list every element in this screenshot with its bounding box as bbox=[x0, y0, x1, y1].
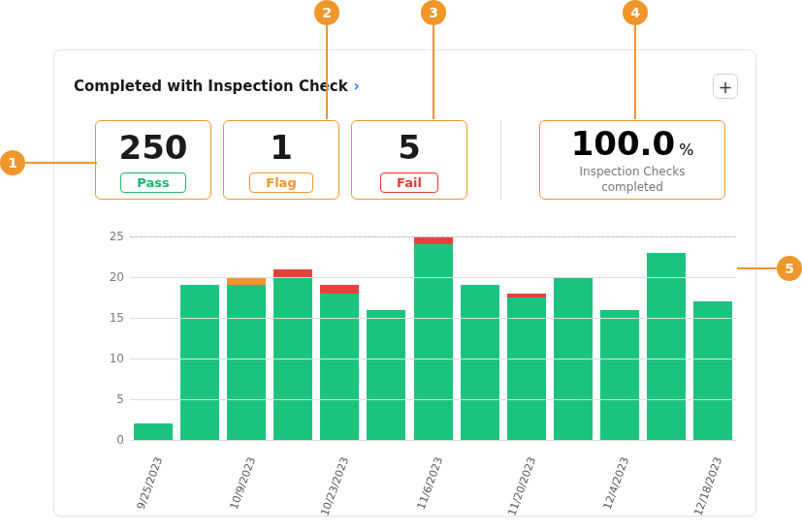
bar-seg-flag bbox=[227, 277, 266, 285]
bar-seg-pass bbox=[367, 310, 405, 440]
gridline bbox=[130, 440, 736, 441]
callout-leader-2 bbox=[326, 25, 328, 119]
card-title: Completed with Inspection Check bbox=[74, 78, 348, 95]
stat-pass-value: 250 bbox=[119, 128, 188, 167]
callout-pin-3: 3 bbox=[421, 0, 446, 25]
y-tick-label: 0 bbox=[101, 433, 124, 447]
gridline bbox=[130, 277, 736, 278]
y-tick-label: 5 bbox=[101, 392, 124, 406]
percent-unit: % bbox=[679, 141, 693, 159]
y-tick-label: 10 bbox=[101, 352, 124, 365]
bar-seg-fail bbox=[507, 294, 546, 297]
x-tick-label: 11/20/2023 bbox=[505, 455, 538, 517]
y-tick-label: 15 bbox=[101, 311, 124, 325]
stat-fail-label: Fail bbox=[380, 172, 438, 193]
callout-leader-1 bbox=[25, 162, 97, 164]
y-tick-label: 25 bbox=[101, 230, 124, 243]
callout-pin-5: 5 bbox=[777, 256, 802, 281]
bar-seg-fail bbox=[414, 236, 453, 244]
chevron-right-icon: › bbox=[354, 78, 360, 95]
bar-seg-pass bbox=[693, 301, 732, 440]
x-tick-label: 10/23/2023 bbox=[319, 455, 352, 517]
card-title-row[interactable]: Completed with Inspection Check › bbox=[74, 78, 360, 95]
bar-seg-pass bbox=[600, 310, 639, 440]
dashboard-card: Completed with Inspection Check › + 250 … bbox=[53, 49, 756, 516]
gridline bbox=[130, 318, 736, 319]
x-tick-label: 9/25/2023 bbox=[135, 455, 166, 511]
percent-sub1: Inspection Checks bbox=[580, 165, 686, 178]
stat-flag-value: 1 bbox=[270, 128, 293, 167]
bar-seg-pass bbox=[227, 285, 266, 440]
inspection-bar-chart: 0510152025 bbox=[101, 236, 736, 440]
gridline-highlight bbox=[130, 236, 736, 237]
callout-leader-3 bbox=[433, 25, 434, 119]
callout-leader-4 bbox=[634, 25, 636, 119]
bar-seg-fail bbox=[320, 285, 359, 293]
stat-fail[interactable]: 5 Fail bbox=[351, 120, 467, 200]
callout-pin-2: 2 bbox=[314, 0, 339, 25]
bar-seg-pass bbox=[507, 297, 546, 440]
y-tick-label: 20 bbox=[101, 270, 124, 284]
bar-seg-pass bbox=[647, 253, 686, 440]
gridline bbox=[130, 359, 736, 360]
callout-leader-5 bbox=[737, 267, 777, 269]
stat-fail-value: 5 bbox=[398, 128, 421, 167]
x-tick-label: 10/9/2023 bbox=[228, 455, 259, 511]
callout-pin-1: 1 bbox=[0, 150, 25, 175]
stat-percent[interactable]: 100.0 % Inspection Checks completed bbox=[539, 120, 725, 200]
bar-seg-pass bbox=[461, 285, 499, 440]
percent-sub2: completed bbox=[601, 180, 663, 194]
gridline bbox=[130, 399, 736, 400]
bar-seg-pass bbox=[180, 285, 219, 440]
bar-seg-pass bbox=[134, 423, 173, 440]
x-tick-label: 12/4/2023 bbox=[601, 455, 632, 511]
stat-pass-label: Pass bbox=[120, 172, 185, 193]
plus-icon: + bbox=[718, 77, 732, 97]
callout-pin-4: 4 bbox=[623, 0, 648, 25]
stat-pass[interactable]: 250 Pass bbox=[95, 120, 211, 200]
bar-seg-fail bbox=[273, 269, 312, 277]
x-tick-label: 12/18/2023 bbox=[691, 455, 724, 517]
stat-flag-label: Flag bbox=[249, 172, 312, 193]
chart-x-labels: 9/25/202310/9/202310/23/202311/6/202311/… bbox=[101, 446, 736, 504]
percent-value: 100.0 bbox=[571, 124, 676, 163]
x-tick-label: 11/6/2023 bbox=[414, 455, 445, 511]
add-button[interactable]: + bbox=[713, 74, 738, 99]
bar-seg-pass bbox=[414, 244, 453, 440]
stat-flag[interactable]: 1 Flag bbox=[223, 120, 339, 200]
vertical-divider bbox=[500, 120, 501, 200]
bar-seg-pass bbox=[320, 294, 359, 440]
